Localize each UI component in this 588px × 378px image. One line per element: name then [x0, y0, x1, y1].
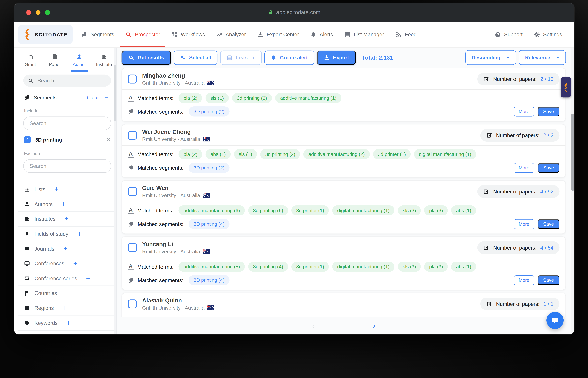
tab-paper[interactable]: Paper	[42, 50, 67, 71]
author-checkbox[interactable]	[128, 187, 137, 196]
matched-term-pill[interactable]: sls (1)	[234, 149, 257, 159]
matched-term-pill[interactable]: sls (3)	[398, 205, 421, 216]
exclude-search[interactable]	[23, 159, 111, 173]
address-bar[interactable]: app.scitodate.com	[268, 3, 321, 22]
sidebar-search-input[interactable]	[37, 77, 107, 84]
matched-segment-pill[interactable]: 3D printing (4)	[189, 275, 229, 285]
lists-button[interactable]: Lists	[220, 50, 262, 65]
nav-item-alerts[interactable]: Alerts	[310, 22, 333, 47]
matched-term-pill[interactable]: 3d printing (5)	[248, 205, 288, 216]
maximize-window-button[interactable]	[45, 10, 50, 15]
add-filter-icon[interactable]	[73, 259, 77, 268]
more-button[interactable]: More	[514, 275, 534, 285]
tab-grant[interactable]: Grant	[18, 50, 42, 71]
matched-term-pill[interactable]: pla (3)	[424, 261, 448, 272]
previous-page-icon[interactable]: ‹	[312, 322, 315, 329]
author-checkbox[interactable]	[128, 299, 137, 309]
matched-segment-pill[interactable]: 3D printing (2)	[189, 107, 229, 117]
author-checkbox[interactable]	[128, 75, 137, 84]
save-button[interactable]: Save	[538, 219, 560, 229]
close-window-button[interactable]	[26, 10, 31, 15]
minimize-window-button[interactable]	[36, 10, 41, 15]
matched-term-pill[interactable]: pla (3)	[424, 205, 448, 216]
include-search-input[interactable]	[29, 120, 105, 127]
sidebar-scrollbar-thumb[interactable]	[114, 65, 116, 121]
filter-institutes[interactable]: Institutes	[18, 211, 116, 226]
matched-term-pill[interactable]: sls (3)	[398, 261, 421, 272]
sidebar-scrollbar[interactable]	[114, 48, 116, 334]
exclude-search-input[interactable]	[29, 163, 105, 169]
get-results-button[interactable]: Get results	[121, 50, 171, 65]
filter-authors[interactable]: Authors	[18, 197, 116, 211]
collapse-icon[interactable]	[103, 94, 110, 101]
add-filter-icon[interactable]	[67, 319, 71, 327]
nav-item-workflows[interactable]: Workflows	[171, 22, 205, 47]
add-filter-icon[interactable]	[54, 185, 58, 193]
filter-date[interactable]: Date Clear	[18, 330, 116, 334]
matched-term-pill[interactable]: abs (1)	[451, 261, 476, 272]
nav-item-segments[interactable]: Segments	[81, 22, 114, 47]
more-button[interactable]: More	[514, 107, 534, 116]
remove-segment-icon[interactable]	[107, 136, 110, 143]
add-filter-icon[interactable]	[63, 304, 67, 312]
save-button[interactable]: Save	[538, 163, 560, 173]
save-button[interactable]: Save	[538, 275, 560, 285]
filter-journals[interactable]: Journals	[18, 241, 116, 256]
more-button[interactable]: More	[514, 163, 534, 173]
window-scrollbar[interactable]	[571, 22, 574, 334]
filter-regions[interactable]: Regions	[18, 300, 116, 315]
add-filter-icon[interactable]	[86, 274, 90, 283]
filter-fields-of-study[interactable]: Fields of study	[18, 226, 116, 241]
export-button[interactable]: Export	[317, 50, 356, 65]
nav-item-support[interactable]: Support	[495, 22, 522, 47]
filter-countries[interactable]: Countries	[18, 286, 116, 300]
sort-order-dropdown[interactable]: Descending	[465, 50, 516, 65]
nav-item-analyzer[interactable]: Analyzer	[216, 22, 246, 47]
save-button[interactable]: Save	[538, 107, 560, 116]
matched-term-pill[interactable]: 3d printing (4)	[248, 261, 288, 272]
add-filter-icon[interactable]	[63, 244, 68, 253]
filter-conferences[interactable]: Conferences	[18, 256, 116, 271]
matched-term-pill[interactable]: digital manufacturing (1)	[414, 149, 476, 159]
nav-item-list-manager[interactable]: List Manager	[344, 22, 384, 47]
add-filter-icon[interactable]	[77, 230, 82, 238]
tab-institute[interactable]: Institute	[92, 50, 116, 71]
more-button[interactable]: More	[514, 219, 534, 229]
matched-term-pill[interactable]: additive manufacturing (2)	[304, 149, 370, 159]
matched-term-pill[interactable]: digital manufacturing (1)	[333, 261, 394, 272]
select-all-button[interactable]: Select all	[173, 50, 217, 65]
filter-lists[interactable]: Lists	[18, 182, 116, 197]
add-filter-icon[interactable]	[106, 334, 110, 334]
nav-item-feed[interactable]: Feed	[395, 22, 417, 47]
tab-author[interactable]: Author	[67, 50, 92, 71]
matched-term-pill[interactable]: abs (1)	[451, 205, 476, 216]
scitodate-logo[interactable]: SCITODATE	[18, 25, 73, 44]
matched-term-pill[interactable]: 3d printer (1)	[373, 149, 411, 159]
matched-term-pill[interactable]: pla (2)	[179, 149, 202, 159]
scitodate-side-widget[interactable]	[560, 77, 571, 97]
matched-term-pill[interactable]: pla (2)	[179, 93, 202, 103]
matched-term-pill[interactable]: 3d printer (1)	[291, 205, 329, 216]
nav-item-settings[interactable]: Settings	[534, 22, 562, 47]
add-filter-icon[interactable]	[66, 289, 70, 297]
matched-term-pill[interactable]: abs (1)	[206, 149, 231, 159]
chat-bubble-button[interactable]	[546, 312, 564, 329]
matched-term-pill[interactable]: 3d printing (2)	[260, 149, 300, 159]
matched-term-pill[interactable]: sls (1)	[206, 93, 228, 103]
create-alert-button[interactable]: Create alert	[264, 50, 314, 65]
matched-segment-pill[interactable]: 3D printing (4)	[189, 219, 229, 229]
matched-term-pill[interactable]: 3d printing (2)	[232, 93, 272, 103]
sort-by-dropdown[interactable]: Relevance	[519, 50, 566, 65]
matched-term-pill[interactable]: additive manufacturing (5)	[179, 261, 245, 272]
segments-clear-link[interactable]: Clear	[87, 95, 99, 100]
matched-term-pill[interactable]: digital manufacturing (1)	[333, 205, 394, 216]
matched-term-pill[interactable]: 3d printer (1)	[291, 261, 329, 272]
matched-term-pill[interactable]: additive manufacturing (6)	[179, 205, 245, 216]
window-scrollbar-thumb[interactable]	[571, 114, 574, 191]
filter-keywords[interactable]: Keywords	[18, 315, 116, 330]
segment-checkbox-checked[interactable]	[24, 136, 31, 143]
nav-item-export-center[interactable]: Export Center	[257, 22, 299, 47]
filter-conference-series[interactable]: Conference series	[18, 271, 116, 286]
nav-item-prospector[interactable]: Prospector	[126, 22, 160, 47]
matched-term-pill[interactable]: additive manufacturing (1)	[275, 93, 341, 103]
